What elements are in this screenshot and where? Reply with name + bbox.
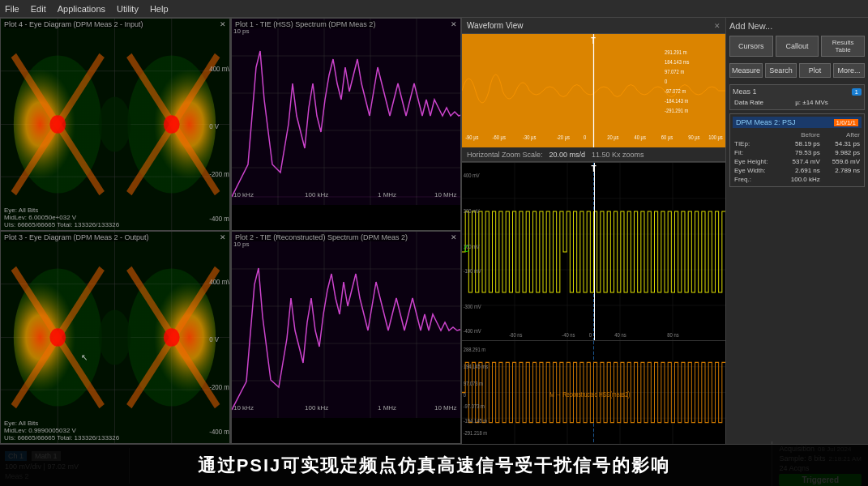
svg-text:10 kHz: 10 kHz	[233, 191, 254, 198]
panel-spectrum-reconstructed: Plot 2 - TIE (Reconstructed) Spectrum (D…	[231, 231, 461, 444]
waveform-digital: T 400 mV 300 mV 100 mV -100	[462, 162, 725, 340]
svg-point-14	[164, 115, 180, 134]
svg-text:184.143 ms: 184.143 ms	[665, 58, 689, 65]
search-button[interactable]: Search	[765, 63, 797, 78]
svg-text:-97.073 m: -97.073 m	[464, 403, 485, 409]
menu-applications[interactable]: Applications	[58, 4, 105, 14]
sidebar: Add New... Cursors Callout Results Table…	[726, 18, 868, 444]
spectrum-hss-chart: 10 ps 10 kHz 100 kHz 1 MHz 10 MHz	[232, 19, 461, 205]
svg-text:0 V: 0 V	[209, 335, 219, 344]
svg-text:-100 mV: -100 mV	[464, 267, 482, 274]
menu-help[interactable]: Help	[150, 4, 169, 14]
waveform-overview: T 291.291 m 184.143 ms 97.072 m 0 -97.07…	[462, 34, 725, 147]
meas1-header: Meas 1 1	[733, 87, 862, 96]
dpm-table-row: TIEp: 58.19 ps 54.31 ps	[733, 139, 862, 148]
svg-point-13	[49, 115, 66, 134]
panel-spectrum-reconstructed-close[interactable]: ✕	[451, 233, 457, 241]
dpm-row-before: 2.691 ns	[780, 166, 821, 175]
svg-text:0: 0	[665, 78, 668, 84]
waveform-overview-svg: T 291.291 m 184.143 ms 97.072 m 0 -97.07…	[462, 34, 725, 147]
svg-point-33	[49, 328, 66, 347]
meas1-section: Meas 1 1 Data Rate µ: ±14 MVs	[729, 84, 865, 110]
svg-text:400 mV: 400 mV	[209, 277, 229, 286]
panel-eye-output-title: Plot 3 - Eye Diagram (DPM Meas 2 - Outpu…	[4, 233, 149, 241]
dpm-row-label: Fit:	[733, 148, 780, 157]
svg-text:10 kHz: 10 kHz	[233, 404, 254, 411]
more-button[interactable]: More...	[833, 63, 865, 78]
zoom-label: Horizontal Zoom Scale:	[467, 151, 543, 159]
waveform-reconstructed: 288.291 m 194.145 ms 97.073 m 0 -97.073 …	[462, 340, 725, 444]
plot-button[interactable]: Plot	[799, 63, 831, 78]
chinese-subtitle: 通过PSIJ可实现定频点仿真高速信号受干扰信号的影响	[198, 454, 671, 478]
svg-text:-194.145 m: -194.145 m	[464, 417, 488, 424]
svg-text:40 ns: 40 ns	[614, 331, 626, 338]
svg-text:10 ps: 10 ps	[233, 241, 250, 248]
svg-text:-184.143 m: -184.143 m	[665, 97, 688, 104]
svg-text:90 µs: 90 µs	[688, 134, 699, 141]
middle-panels: Plot 1 - TIE (HSS) Spectrum (DPM Meas 2)…	[231, 18, 462, 444]
svg-point-34	[164, 328, 180, 347]
svg-text:10 MHz: 10 MHz	[434, 191, 457, 198]
svg-text:80 ns: 80 ns	[667, 331, 678, 338]
results-table-button[interactable]: Results Table	[821, 36, 865, 57]
panel-spectrum-hss-close[interactable]: ✕	[451, 20, 457, 28]
svg-text:-20 µs: -20 µs	[557, 134, 570, 141]
chinese-text-overlay: 通过PSIJ可实现定频点仿真高速信号受干扰信号的影响	[0, 445, 868, 486]
sidebar-row2: Measure Search Plot More...	[729, 63, 865, 78]
meas1-table: Data Rate µ: ±14 MVs	[733, 98, 862, 107]
cursors-button[interactable]: Cursors	[729, 36, 773, 57]
svg-text:-60 µs: -60 µs	[493, 134, 506, 141]
panel-eye-output-info: Eye: All Bits MidLev: 0.9990005032 V UIs…	[4, 420, 119, 441]
svg-text:400 mV: 400 mV	[209, 64, 229, 73]
svg-text:0: 0	[589, 331, 592, 338]
svg-text:288.291 m: 288.291 m	[464, 346, 486, 352]
svg-text:T: T	[591, 36, 596, 45]
svg-text:97.073 m: 97.073 m	[464, 380, 484, 386]
panel-eye-output: Plot 3 - Eye Diagram (DPM Meas 2 - Outpu…	[0, 231, 230, 444]
data-rate-value: µ: ±14 MVs	[793, 98, 862, 107]
svg-text:-97.072 m: -97.072 m	[665, 87, 686, 94]
svg-text:0 V: 0 V	[209, 122, 219, 131]
meas1-title: Meas 1	[733, 87, 757, 96]
dpm-row-after: 54.31 ps	[822, 139, 862, 148]
col-before-header: Before	[780, 130, 821, 139]
waveform-reconstructed-svg: 288.291 m 194.145 ms 97.073 m 0 -97.073 …	[462, 341, 725, 444]
status-bar: Ch 1 Math 1 100 mV/div | 97.02 mV Meas 2…	[0, 444, 868, 486]
svg-text:M →  Reconstructed HSS(meas2): M → Reconstructed HSS(meas2)	[549, 390, 630, 399]
right-panel: Waveform View ✕ T 291.291 m 184.143 ms 9…	[462, 18, 726, 444]
menu-file[interactable]: File	[5, 4, 19, 14]
menu-edit[interactable]: Edit	[31, 4, 46, 14]
svg-point-19	[99, 96, 131, 151]
panel-eye-input-close[interactable]: ✕	[220, 20, 226, 28]
svg-text:60 µs: 60 µs	[661, 134, 673, 141]
svg-text:1 MHz: 1 MHz	[378, 404, 396, 411]
callout-button[interactable]: Callout	[776, 36, 819, 57]
dpm-row-before: 79.53 ps	[780, 148, 821, 157]
svg-text:-291.218 m: -291.218 m	[464, 430, 488, 437]
svg-text:-291.291 m: -291.291 m	[665, 107, 688, 113]
dpm-row-after: 2.789 ns	[822, 166, 862, 175]
dpm-row-label: Eye Height:	[733, 157, 780, 166]
dpm-section: DPM Meas 2: PSJ 1/0/1/1 Before After TIE…	[729, 113, 865, 187]
panel-spectrum-hss: Plot 1 - TIE (HSS) Spectrum (DPM Meas 2)…	[231, 18, 461, 231]
svg-text:100 kHz: 100 kHz	[305, 191, 328, 198]
col-after-header: After	[822, 130, 862, 139]
sample-rate: 11.50 Kx zooms	[592, 151, 644, 159]
dpm-row-after: 9.982 ps	[822, 148, 862, 157]
panel-eye-input-title: Plot 4 - Eye Diagram (DPM Meas 2 - Input…	[4, 20, 143, 28]
panel-eye-input-info: Eye: All Bits MidLev: 6.00050e+032 V UIs…	[4, 207, 119, 228]
svg-text:194.145 ms: 194.145 ms	[464, 363, 489, 369]
dpm-row-before: 58.19 ps	[780, 139, 821, 148]
menu-utility[interactable]: Utility	[117, 4, 139, 14]
measure-button[interactable]: Measure	[729, 63, 763, 78]
waveform-title: Waveform View ✕	[462, 18, 725, 34]
dpm-title: DPM Meas 2: PSJ	[736, 118, 796, 126]
dpm-row-label: TIEp:	[733, 139, 780, 148]
svg-text:1 MHz: 1 MHz	[378, 191, 396, 198]
panel-eye-output-close[interactable]: ✕	[220, 233, 226, 241]
svg-text:10 MHz: 10 MHz	[434, 404, 457, 411]
svg-text:-90 µs: -90 µs	[465, 134, 478, 141]
eye-diagram-output: 400 mV 0 V -200 mV -400 mV ↖	[1, 232, 229, 443]
dpm-table-row: Eye Width: 2.691 ns 2.789 ns	[733, 166, 862, 175]
dpm-row-label: Eye Width:	[733, 166, 780, 175]
